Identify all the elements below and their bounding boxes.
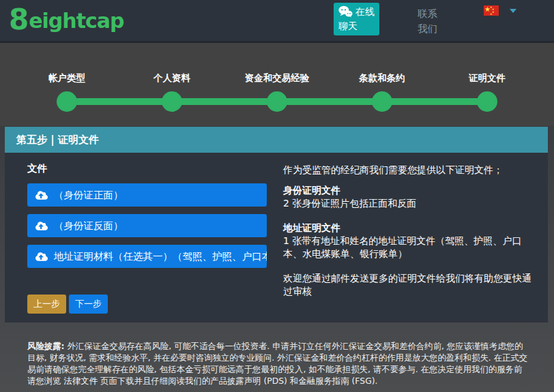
china-flag-icon: ★ ★ ★ ★ ★ — [484, 5, 499, 16]
step-funds-experience[interactable]: 资金和交易经验 — [224, 43, 330, 112]
upload-address-proof-button[interactable]: 地址证明材料（任选其一）（驾照、护照、户口本、 — [27, 245, 267, 268]
cloud-upload-icon — [35, 190, 48, 200]
upload-id-back-label: （身份证反面） — [54, 220, 123, 232]
step-proof-documents[interactable]: 证明文件 — [435, 43, 540, 112]
address-proof-body: 1 张带有地址和姓名的地址证明文件（驾照、护照、户口本、水电煤账单、银行账单） — [283, 235, 539, 260]
step5-panel: 第五步 | 证明文件 文件 （身份证正面） （身份证反面） 地址证明材料（任选其… — [5, 127, 548, 322]
identity-proof-heading: 身份证明文件 — [283, 184, 539, 197]
logo-8-icon: 8 — [9, 5, 27, 35]
step-personal-info[interactable]: 个人资料 — [119, 43, 224, 112]
eightcap-logo[interactable]: 8 eightcap — [9, 5, 124, 35]
step-dot[interactable] — [477, 91, 497, 112]
step-dot[interactable] — [162, 91, 182, 112]
risk-disclosure-text-2: 页面下载并且仔细阅读我们的产品披露声明 (PDS) 和金融服务指南 (FSG). — [98, 376, 377, 386]
files-heading: 文件 — [27, 162, 267, 175]
cloud-upload-icon — [35, 221, 48, 231]
step-account-type[interactable]: 帐户类型 — [14, 43, 119, 112]
identity-proof-body: 2 张身份证照片包括正面和反面 — [283, 197, 539, 210]
contact-us-link[interactable]: 联系我们 — [418, 6, 443, 36]
live-chat-button[interactable]: 在线聊天 — [334, 3, 379, 35]
requirements-intro: 作为受监管的经纪商我们需要您提供以下证明文件； — [283, 164, 539, 177]
step-dot[interactable] — [372, 91, 392, 112]
upload-id-front-button[interactable]: （身份证正面） — [27, 183, 267, 207]
step-dot[interactable] — [267, 91, 287, 112]
logo-text: eightcap — [29, 7, 123, 33]
upload-column: 文件 （身份证正面） （身份证反面） 地址证明材料（任选其一）（驾照、护照、户口… — [27, 162, 267, 322]
upload-address-proof-label: 地址证明材料（任选其一）（驾照、护照、户口本、 — [54, 250, 267, 263]
upload-id-front-label: （身份证正面） — [54, 189, 123, 202]
step-actions: 上一步 下一步 — [27, 295, 267, 314]
panel-body: 文件 （身份证正面） （身份证反面） 地址证明材料（任选其一）（驾照、护照、户口… — [5, 153, 548, 322]
progress-stepper: 帐户类型 个人资料 资金和交易经验 条款和条约 证明文件 — [0, 43, 554, 126]
next-step-button[interactable]: 下一步 — [69, 295, 108, 314]
legal-documents-link[interactable]: 法律文件 — [64, 376, 98, 386]
risk-disclosure: 风险披露: 外汇保证金交易存在高风险, 可能不适合每一位投资者. 申请并订立任何… — [27, 340, 529, 387]
address-proof-heading: 地址证明文件 — [283, 222, 539, 235]
requirements-column: 作为受监管的经纪商我们需要您提供以下证明文件； 身份证明文件 2 张身份证照片包… — [283, 162, 539, 322]
extra-documents-note: 欢迎您通过邮件发送更多的证明文件给我们将有助您更快通过审核 — [283, 272, 539, 298]
upload-id-back-button[interactable]: （身份证反面） — [27, 214, 267, 237]
top-header: 8 eightcap 在线聊天 联系我们 ★ ★ ★ ★ ★ — [0, 0, 554, 43]
step-dot[interactable] — [57, 91, 77, 112]
panel-title: 第五步 | 证明文件 — [5, 127, 548, 153]
chevron-down-icon — [510, 9, 516, 13]
chat-bubbles-icon — [338, 5, 353, 18]
cloud-upload-icon — [35, 252, 48, 262]
risk-disclosure-label: 风险披露: — [27, 341, 65, 351]
main-area: 第五步 | 证明文件 文件 （身份证正面） （身份证反面） 地址证明材料（任选其… — [0, 126, 554, 392]
step-terms[interactable]: 条款和条约 — [330, 43, 435, 112]
language-selector[interactable]: ★ ★ ★ ★ ★ — [484, 5, 516, 16]
previous-step-button[interactable]: 上一步 — [27, 295, 66, 314]
